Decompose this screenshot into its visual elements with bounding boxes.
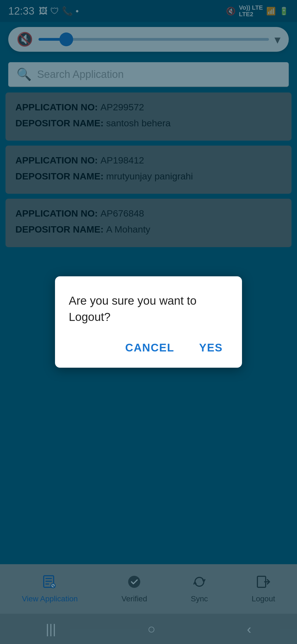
logout-dialog: Are you sure you want to Logout? CANCEL …	[55, 276, 242, 368]
dialog-message: Are you sure you want to Logout?	[69, 293, 228, 325]
cancel-button[interactable]: CANCEL	[120, 339, 180, 357]
dialog-overlay: Are you sure you want to Logout? CANCEL …	[0, 0, 297, 644]
yes-button[interactable]: YES	[194, 339, 228, 357]
dialog-actions: CANCEL YES	[69, 339, 228, 357]
